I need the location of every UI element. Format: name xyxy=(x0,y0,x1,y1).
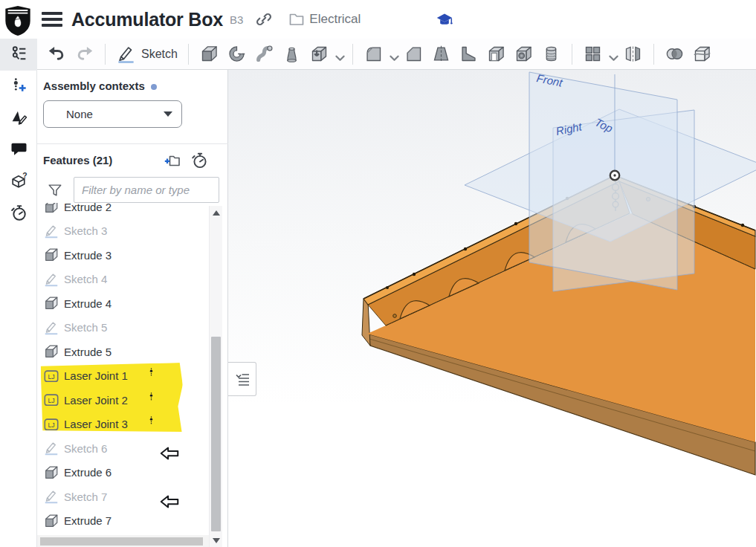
horizontal-scrollbar[interactable] xyxy=(37,535,209,547)
front-plane xyxy=(529,72,677,290)
feat-extrude-icon xyxy=(43,343,59,360)
sidebar-item-part-query[interactable]: ? xyxy=(0,166,37,198)
list-toggle-icon xyxy=(233,370,251,388)
chevron-down-icon[interactable] xyxy=(384,48,396,60)
assembly-context-select[interactable]: None xyxy=(43,100,182,128)
graphics-viewport[interactable]: Front Right Top xyxy=(228,70,756,547)
feature-row-sketch-3[interactable]: Sketch 3 xyxy=(37,219,209,243)
feature-list-flyout-toggle[interactable] xyxy=(228,362,256,396)
graduation-cap-icon[interactable] xyxy=(436,11,453,29)
revolve-button[interactable] xyxy=(223,42,251,65)
loft-icon xyxy=(282,44,302,64)
feat-laser-icon: LJ xyxy=(43,368,59,384)
hamburger-menu-icon[interactable] xyxy=(42,12,62,27)
comment-icon xyxy=(10,140,28,161)
feat-extrude-icon xyxy=(43,465,59,481)
hole-icon xyxy=(514,44,534,64)
undo-button[interactable] xyxy=(43,42,71,65)
shell-button[interactable] xyxy=(482,42,510,65)
sidebar-item-appearance-editor[interactable] xyxy=(0,103,37,135)
linear-pattern-button[interactable] xyxy=(579,42,619,65)
v-scroll-thumb[interactable] xyxy=(211,337,221,531)
document-title: Accumulator Box xyxy=(71,9,223,30)
link-icon[interactable] xyxy=(255,10,273,28)
toolbar-separator xyxy=(653,44,654,65)
left-sidebar: ? xyxy=(0,39,37,547)
feat-sketch-icon xyxy=(43,271,59,288)
feature-label: Extrude 7 xyxy=(64,514,112,527)
feature-row-extrude-4[interactable]: Extrude 4 xyxy=(37,291,209,316)
feature-panel: Assembly contexts None Features (21) Ext… xyxy=(37,70,228,547)
split-icon xyxy=(692,44,712,64)
chevron-down-icon xyxy=(164,111,172,117)
onshape-app: { "header": { "title": "Accumulator Box"… xyxy=(0,0,756,547)
extrude-button[interactable] xyxy=(196,42,223,65)
sidebar-item-feature-list[interactable] xyxy=(0,39,37,71)
scroll-down-arrow[interactable] xyxy=(213,538,220,543)
feat-sketch-icon xyxy=(43,440,59,456)
boolean-button[interactable] xyxy=(661,42,688,65)
scroll-up-arrow[interactable] xyxy=(213,210,220,216)
feature-row-extrude-2[interactable]: Extrude 2 xyxy=(37,203,209,219)
thicken-icon xyxy=(309,44,329,64)
feature-menu-dots-icon[interactable] xyxy=(146,415,156,434)
feat-extrude-icon xyxy=(43,203,59,215)
sketch-button-label: Sketch xyxy=(141,48,178,61)
feature-filter-input[interactable] xyxy=(74,177,219,203)
sidebar-item-insert-item[interactable] xyxy=(0,71,37,103)
hole-button[interactable] xyxy=(510,42,537,65)
feature-row-laser-joint-1[interactable]: LJLaser Joint 1 xyxy=(37,363,209,388)
add-folder-icon[interactable] xyxy=(164,152,181,169)
fillet-button[interactable] xyxy=(360,42,400,65)
chevron-down-icon[interactable] xyxy=(604,48,616,60)
feature-row-extrude-3[interactable]: Extrude 3 xyxy=(37,243,209,268)
app-logo[interactable] xyxy=(3,4,33,38)
redo-button[interactable] xyxy=(71,42,98,65)
feature-row-sketch-6[interactable]: Sketch 6 xyxy=(37,436,209,461)
draft-button[interactable] xyxy=(427,42,455,65)
chevron-down-icon[interactable] xyxy=(330,48,342,60)
feature-row-sketch-5[interactable]: Sketch 5 xyxy=(37,315,209,340)
extrude-icon xyxy=(199,44,219,64)
loft-button[interactable] xyxy=(278,42,306,65)
thread-icon xyxy=(541,44,561,64)
h-scroll-thumb[interactable] xyxy=(40,537,203,546)
thread-button[interactable] xyxy=(537,42,565,65)
feature-label: Extrude 3 xyxy=(64,249,112,262)
feature-row-laser-joint-2[interactable]: LJLaser Joint 2 xyxy=(37,388,209,412)
chamfer-button[interactable] xyxy=(400,42,427,65)
origin-marker[interactable] xyxy=(610,171,619,180)
feature-label: Laser Joint 1 xyxy=(64,369,128,382)
revolve-icon xyxy=(227,44,247,64)
vertical-scrollbar[interactable] xyxy=(209,206,222,547)
feature-menu-dots-icon[interactable] xyxy=(146,391,156,410)
feature-row-laser-joint-3[interactable]: LJLaser Joint 3 xyxy=(37,412,209,436)
svg-text:?: ? xyxy=(22,172,27,180)
feature-stopwatch-icon[interactable] xyxy=(190,152,208,169)
assembly-contexts-label: Assembly contexts xyxy=(43,80,145,92)
feature-label: Extrude 2 xyxy=(64,203,112,213)
draft-icon xyxy=(431,44,451,64)
rollback-arrow-icon[interactable] xyxy=(158,442,181,455)
split-button[interactable] xyxy=(688,42,716,65)
folder-icon[interactable] xyxy=(288,10,306,28)
sketch-button[interactable]: Sketch xyxy=(112,42,181,65)
feature-row-sketch-4[interactable]: Sketch 4 xyxy=(37,267,209,291)
sweep-button[interactable] xyxy=(251,42,278,65)
sidebar-item-comment[interactable] xyxy=(0,135,37,166)
filter-funnel-icon[interactable] xyxy=(47,182,63,198)
feature-label: Sketch 4 xyxy=(64,273,107,285)
feature-menu-dots-icon[interactable] xyxy=(146,366,156,386)
rollback-arrow-icon[interactable] xyxy=(158,491,181,503)
feature-row-sketch-7[interactable]: Sketch 7 xyxy=(37,485,209,509)
version-badge[interactable]: B3 xyxy=(230,13,243,26)
feature-row-extrude-5[interactable]: Extrude 5 xyxy=(37,340,209,364)
feature-row-extrude-7[interactable]: Extrude 7 xyxy=(37,508,209,533)
svg-text:LJ: LJ xyxy=(48,372,54,380)
feature-row-extrude-6[interactable]: Extrude 6 xyxy=(37,460,209,485)
folder-name[interactable]: Electrical xyxy=(309,12,361,27)
mirror-button[interactable] xyxy=(619,42,647,65)
sidebar-item-history[interactable] xyxy=(0,198,37,230)
rib-button[interactable] xyxy=(455,42,482,65)
thicken-button[interactable] xyxy=(306,42,346,65)
